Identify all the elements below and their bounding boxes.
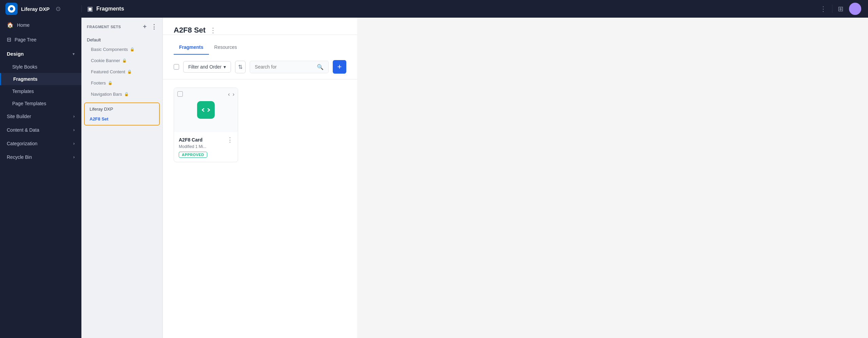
basic-components-lock-icon: 🔒 <box>130 47 135 52</box>
filter-order-button[interactable]: Filter and Order ▾ <box>183 61 231 73</box>
filter-arrow-icon: ▾ <box>224 64 226 70</box>
fragment-card-a2f8: ‹ › A2F8 Card ⋮ Modified <box>174 88 238 162</box>
main-title: A2F8 Set <box>174 26 206 35</box>
main-content: A2F8 Set ⋮ Fragments Resources Filter an… <box>163 18 357 338</box>
toolbar: Filter and Order ▾ ⇅ 🔍 + <box>163 55 357 79</box>
navigation-bars-lock-icon: 🔒 <box>124 92 129 96</box>
select-all-checkbox[interactable] <box>174 64 179 70</box>
topbar-center: ▣ Fragments <box>81 5 813 13</box>
tab-fragments[interactable]: Fragments <box>174 40 209 55</box>
design-section: Design ▾ <box>0 47 81 61</box>
brand-area: Liferay DXP ⊙ <box>0 3 81 15</box>
sort-icon: ⇅ <box>238 64 243 70</box>
refresh-icon[interactable]: ⊙ <box>56 5 61 13</box>
basic-components-label: Basic Components <box>91 47 128 52</box>
page-icon: ▣ <box>87 5 93 13</box>
filter-order-label: Filter and Order <box>188 64 221 70</box>
panel-header-actions: + ⋮ <box>143 23 157 31</box>
fragment-item-footers[interactable]: Footers 🔒 <box>81 77 162 89</box>
sidebar-item-page-templates[interactable]: Page Templates <box>0 97 81 110</box>
footers-lock-icon: 🔒 <box>108 81 113 85</box>
default-group-label: Default <box>81 35 162 44</box>
site-builder-label: Site Builder <box>7 114 31 119</box>
content-data-label: Content & Data <box>7 127 39 133</box>
sidebar-page-tree-label: Page Tree <box>15 37 37 42</box>
content-data-arrow: › <box>73 128 75 132</box>
tab-resources[interactable]: Resources <box>209 40 243 55</box>
sidebar-item-templates[interactable]: Templates <box>0 85 81 97</box>
design-section-arrow[interactable]: ▾ <box>73 52 75 56</box>
logo-dot <box>10 7 13 11</box>
sidebar-item-categorization[interactable]: Categorization › <box>0 137 81 150</box>
templates-label: Templates <box>12 89 34 94</box>
topbar-right: ⋮ ⊞ <box>813 3 868 15</box>
main-header: A2F8 Set ⋮ <box>163 18 357 35</box>
home-icon: 🏠 <box>7 22 14 28</box>
card-modified: Modified 1 Mi... <box>179 144 233 149</box>
sidebar-item-fragments[interactable]: Fragments <box>0 73 81 85</box>
a2f8-set-item[interactable]: A2F8 Set <box>85 113 159 125</box>
site-builder-arrow: › <box>73 114 75 119</box>
card-top: ‹ › <box>174 88 238 132</box>
sidebar-left: 🏠 Home ⊟ Page Tree Design ▾ Style Books … <box>0 18 81 338</box>
sidebar-item-content-data[interactable]: Content & Data › <box>0 123 81 137</box>
card-code-left-icon[interactable]: ‹ <box>228 91 230 97</box>
fragments-cards-area: ‹ › A2F8 Card ⋮ Modified <box>163 79 357 170</box>
brand-logo[interactable] <box>5 3 18 15</box>
card-actions: ‹ › <box>228 91 234 97</box>
sidebar-item-home[interactable]: 🏠 Home <box>0 18 81 32</box>
search-input[interactable] <box>255 64 314 70</box>
fragment-item-cookie-banner[interactable]: Cookie Banner 🔒 <box>81 55 162 66</box>
fragments-label: Fragments <box>13 76 38 82</box>
design-section-title: Design <box>7 51 24 57</box>
card-approved-badge: APPROVED <box>179 152 207 158</box>
fragment-sets-panel: Fragment Sets + ⋮ Default Basic Componen… <box>81 18 163 338</box>
sort-button[interactable]: ⇅ <box>235 61 246 73</box>
brand-title: Liferay DXP <box>21 6 50 12</box>
fragment-code-icon <box>197 101 215 119</box>
card-body: A2F8 Card ⋮ Modified 1 Mi... APPROVED <box>174 132 238 162</box>
card-name-row: A2F8 Card ⋮ <box>179 136 233 144</box>
sidebar-item-style-books[interactable]: Style Books <box>0 61 81 73</box>
liferay-dxp-section: Liferay DXP A2F8 Set <box>84 102 160 126</box>
featured-content-lock-icon: 🔒 <box>127 70 132 74</box>
search-icon[interactable]: 🔍 <box>317 64 324 70</box>
card-code-right-icon[interactable]: › <box>233 91 234 97</box>
recycle-bin-arrow: › <box>73 155 75 159</box>
search-box: 🔍 <box>250 61 329 73</box>
card-name: A2F8 Card <box>179 137 202 143</box>
fragment-item-navigation-bars[interactable]: Navigation Bars 🔒 <box>81 89 162 100</box>
main-title-menu-icon[interactable]: ⋮ <box>210 26 216 34</box>
categorization-label: Categorization <box>7 141 37 146</box>
topbar-grid-icon[interactable]: ⊞ <box>838 5 844 13</box>
fragment-item-basic-components[interactable]: Basic Components 🔒 <box>81 44 162 55</box>
featured-content-label: Featured Content <box>91 69 125 74</box>
fragment-sets-menu-icon[interactable]: ⋮ <box>151 23 157 31</box>
main-tabs: Fragments Resources <box>163 40 357 55</box>
topbar-more-icon[interactable]: ⋮ <box>820 5 827 13</box>
topbar-page-title: Fragments <box>96 6 124 12</box>
cookie-banner-label: Cookie Banner <box>91 58 120 63</box>
user-avatar[interactable] <box>849 3 861 15</box>
card-menu-icon[interactable]: ⋮ <box>227 136 233 144</box>
add-fragment-set-button[interactable]: + <box>143 23 147 31</box>
add-fragment-button[interactable]: + <box>333 60 346 74</box>
sidebar-item-page-tree[interactable]: ⊟ Page Tree <box>0 32 81 47</box>
liferay-dxp-label: Liferay DXP <box>85 103 159 113</box>
footers-label: Footers <box>91 80 106 86</box>
card-checkbox[interactable] <box>177 91 183 97</box>
style-books-label: Style Books <box>12 64 37 70</box>
page-templates-label: Page Templates <box>12 101 46 106</box>
logo-inner <box>8 5 15 13</box>
main-layout: 🏠 Home ⊟ Page Tree Design ▾ Style Books … <box>0 18 357 338</box>
sidebar-item-site-builder[interactable]: Site Builder › <box>0 110 81 123</box>
fragment-sets-header: Fragment Sets + ⋮ <box>81 18 162 35</box>
page-tree-icon: ⊟ <box>7 36 11 43</box>
fragment-sets-title: Fragment Sets <box>87 25 121 29</box>
topbar-divider <box>832 5 832 13</box>
recycle-bin-label: Recycle Bin <box>7 154 32 160</box>
sidebar-item-recycle-bin[interactable]: Recycle Bin › <box>0 150 81 164</box>
categorization-arrow: › <box>73 141 75 146</box>
sidebar-home-label: Home <box>17 22 30 28</box>
fragment-item-featured-content[interactable]: Featured Content 🔒 <box>81 66 162 77</box>
